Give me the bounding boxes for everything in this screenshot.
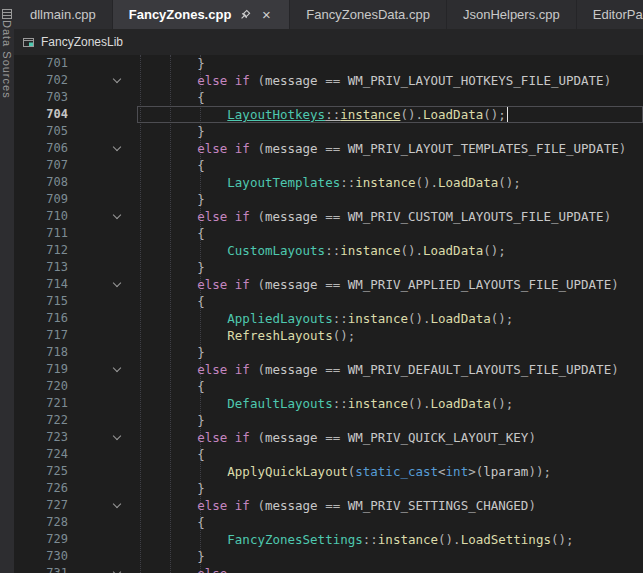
line-number[interactable]: 704 xyxy=(14,106,68,123)
tab-label: dllmain.cpp xyxy=(30,7,96,22)
line-number[interactable]: 731 xyxy=(14,565,68,573)
line-number[interactable]: 729 xyxy=(14,531,68,548)
code-text[interactable]: else if (message == WM_PRIV_QUICK_LAYOUT… xyxy=(137,429,643,446)
code-text[interactable]: { xyxy=(137,157,643,174)
tab-fancyzones-cpp[interactable]: FancyZones.cpp× xyxy=(113,0,291,29)
line-number[interactable]: 703 xyxy=(14,89,68,106)
tab-editorparamet[interactable]: EditorParamet xyxy=(577,0,643,29)
side-tab-data-sources[interactable]: Data Sources xyxy=(0,0,14,99)
fold-gutter xyxy=(68,395,137,412)
fold-gutter xyxy=(68,429,137,446)
line-number[interactable]: 705 xyxy=(14,123,68,140)
tab-dllmain-cpp[interactable]: dllmain.cpp xyxy=(14,0,113,29)
line-number[interactable]: 713 xyxy=(14,259,68,276)
code-line-701: 701 } xyxy=(14,55,643,72)
code-text[interactable]: CustomLayouts::instance().LoadData(); xyxy=(137,242,643,259)
code-text[interactable]: { xyxy=(137,293,643,310)
fold-gutter xyxy=(68,446,137,463)
code-text[interactable]: else xyxy=(137,565,643,573)
fold-gutter xyxy=(68,106,137,123)
code-text[interactable]: } xyxy=(137,344,643,361)
code-text[interactable]: else if (message == WM_PRIV_CUSTOM_LAYOU… xyxy=(137,208,643,225)
line-number[interactable]: 720 xyxy=(14,378,68,395)
code-text[interactable]: LayoutHotkeys::instance().LoadData(); xyxy=(137,106,643,123)
line-number[interactable]: 714 xyxy=(14,276,68,293)
fold-chevron-icon[interactable] xyxy=(113,364,121,372)
code-text[interactable]: { xyxy=(137,225,643,242)
code-text[interactable]: AppliedLayouts::instance().LoadData(); xyxy=(137,310,643,327)
code-text[interactable]: } xyxy=(137,259,643,276)
code-text[interactable]: else if (message == WM_PRIV_LAYOUT_HOTKE… xyxy=(137,72,643,89)
fold-gutter xyxy=(68,191,137,208)
fold-chevron-icon[interactable] xyxy=(113,500,121,508)
code-text[interactable]: DefaultLayouts::instance().LoadData(); xyxy=(137,395,643,412)
code-text[interactable]: LayoutTemplates::instance().LoadData(); xyxy=(137,174,643,191)
line-number[interactable]: 722 xyxy=(14,412,68,429)
line-number[interactable]: 719 xyxy=(14,361,68,378)
fold-gutter xyxy=(68,327,137,344)
line-number[interactable]: 702 xyxy=(14,72,68,89)
project-dropdown[interactable]: FancyZonesLib xyxy=(41,35,123,49)
line-number[interactable]: 717 xyxy=(14,327,68,344)
fold-chevron-icon[interactable] xyxy=(113,211,121,219)
code-area: 701 }702 else if (message == WM_PRIV_LAY… xyxy=(14,55,643,573)
code-text[interactable]: RefreshLayouts(); xyxy=(137,327,643,344)
line-number[interactable]: 711 xyxy=(14,225,68,242)
line-number[interactable]: 727 xyxy=(14,497,68,514)
line-number[interactable]: 706 xyxy=(14,140,68,157)
line-number[interactable]: 708 xyxy=(14,174,68,191)
line-number[interactable]: 724 xyxy=(14,446,68,463)
code-text[interactable]: else if (message == WM_PRIV_APPLIED_LAYO… xyxy=(137,276,643,293)
line-number[interactable]: 725 xyxy=(14,463,68,480)
line-number[interactable]: 715 xyxy=(14,293,68,310)
fold-chevron-icon[interactable] xyxy=(113,143,121,151)
code-line-712: 712 CustomLayouts::instance().LoadData()… xyxy=(14,242,643,259)
code-text[interactable]: else if (message == WM_PRIV_LAYOUT_TEMPL… xyxy=(137,140,643,157)
fold-chevron-icon[interactable] xyxy=(113,432,121,440)
line-number[interactable]: 707 xyxy=(14,157,68,174)
line-number[interactable]: 730 xyxy=(14,548,68,565)
code-text[interactable]: else if (message == WM_PRIV_DEFAULT_LAYO… xyxy=(137,361,643,378)
line-number[interactable]: 718 xyxy=(14,344,68,361)
code-text[interactable]: } xyxy=(137,480,643,497)
fold-chevron-icon[interactable] xyxy=(113,568,121,573)
code-text[interactable]: else if (message == WM_PRIV_SETTINGS_CHA… xyxy=(137,497,643,514)
code-text[interactable]: { xyxy=(137,89,643,106)
left-dock-strip: Data Sources xyxy=(0,0,14,573)
code-text[interactable]: { xyxy=(137,514,643,531)
code-line-705: 705 } xyxy=(14,123,643,140)
code-text[interactable]: } xyxy=(137,123,643,140)
code-text[interactable]: } xyxy=(137,55,643,72)
code-line-730: 730 } xyxy=(14,548,643,565)
code-text[interactable]: } xyxy=(137,412,643,429)
fold-chevron-icon[interactable] xyxy=(113,279,121,287)
code-text[interactable]: { xyxy=(137,446,643,463)
line-number[interactable]: 726 xyxy=(14,480,68,497)
code-line-722: 722 } xyxy=(14,412,643,429)
code-line-723: 723 else if (message == WM_PRIV_QUICK_LA… xyxy=(14,429,643,446)
line-number[interactable]: 723 xyxy=(14,429,68,446)
code-text[interactable]: FancyZonesSettings::instance().LoadSetti… xyxy=(137,531,643,548)
line-number[interactable]: 716 xyxy=(14,310,68,327)
pin-icon[interactable] xyxy=(238,8,252,22)
tab-label: FancyZonesData.cpp xyxy=(306,7,430,22)
fold-gutter xyxy=(68,514,137,531)
tab-fancyzonesdata-cpp[interactable]: FancyZonesData.cpp xyxy=(290,0,447,29)
line-number[interactable]: 710 xyxy=(14,208,68,225)
tab-jsonhelpers-cpp[interactable]: JsonHelpers.cpp xyxy=(447,0,577,29)
line-number[interactable]: 712 xyxy=(14,242,68,259)
line-number[interactable]: 728 xyxy=(14,514,68,531)
code-text[interactable]: { xyxy=(137,378,643,395)
code-line-724: 724 { xyxy=(14,446,643,463)
line-number[interactable]: 721 xyxy=(14,395,68,412)
code-text[interactable]: } xyxy=(137,191,643,208)
close-icon[interactable]: × xyxy=(259,8,273,22)
line-number[interactable]: 701 xyxy=(14,55,68,72)
fold-gutter xyxy=(68,463,137,480)
code-line-720: 720 { xyxy=(14,378,643,395)
code-text[interactable]: } xyxy=(137,548,643,565)
fold-gutter xyxy=(68,293,137,310)
line-number[interactable]: 709 xyxy=(14,191,68,208)
fold-chevron-icon[interactable] xyxy=(113,75,121,83)
code-text[interactable]: ApplyQuickLayout(static_cast<int>(lparam… xyxy=(137,463,643,480)
